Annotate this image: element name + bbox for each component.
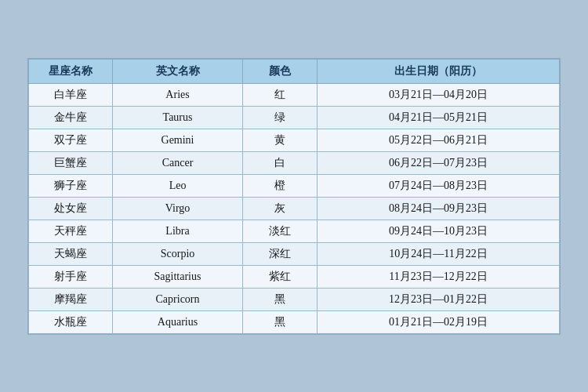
cell-color: 灰 [243, 197, 318, 220]
header-english: 英文名称 [112, 59, 242, 83]
table-row: 摩羯座Capricorn黑12月23日—01月22日 [29, 288, 560, 310]
cell-english: Scorpio [112, 242, 242, 265]
cell-color: 淡红 [243, 220, 318, 242]
cell-english: Libra [112, 220, 242, 242]
cell-date: 03月21日—04月20日 [318, 83, 560, 106]
table-row: 处女座Virgo灰08月24日—09月23日 [29, 197, 560, 220]
cell-english: Gemini [112, 129, 242, 151]
cell-color: 橙 [243, 174, 318, 197]
cell-color: 深红 [243, 242, 318, 265]
cell-color: 紫红 [243, 265, 318, 288]
cell-date: 08月24日—09月23日 [318, 197, 560, 220]
table-row: 狮子座Leo橙07月24日—08月23日 [29, 174, 560, 197]
cell-color: 黑 [243, 288, 318, 310]
cell-chinese: 双子座 [29, 129, 113, 151]
cell-date: 05月22日—06月21日 [318, 129, 560, 151]
table-body: 白羊座Aries红03月21日—04月20日金牛座Taurus绿04月21日—0… [29, 83, 560, 333]
table-row: 巨蟹座Cancer白06月22日—07月23日 [29, 151, 560, 174]
table-row: 射手座Sagittarius紫红11月23日—12月22日 [29, 265, 560, 288]
cell-english: Sagittarius [112, 265, 242, 288]
cell-date: 01月21日—02月19日 [318, 310, 560, 333]
cell-chinese: 金牛座 [29, 106, 113, 129]
cell-chinese: 射手座 [29, 265, 113, 288]
cell-english: Cancer [112, 151, 242, 174]
cell-chinese: 白羊座 [29, 83, 113, 106]
table-row: 天秤座Libra淡红09月24日—10月23日 [29, 220, 560, 242]
table-row: 白羊座Aries红03月21日—04月20日 [29, 83, 560, 106]
cell-color: 白 [243, 151, 318, 174]
cell-english: Aquarius [112, 310, 242, 333]
cell-date: 11月23日—12月22日 [318, 265, 560, 288]
table-row: 双子座Gemini黄05月22日—06月21日 [29, 129, 560, 151]
cell-english: Taurus [112, 106, 242, 129]
cell-color: 红 [243, 83, 318, 106]
cell-english: Aries [112, 83, 242, 106]
zodiac-table: 星座名称 英文名称 颜色 出生日期（阳历） 白羊座Aries红03月21日—04… [28, 59, 560, 334]
zodiac-table-container: 星座名称 英文名称 颜色 出生日期（阳历） 白羊座Aries红03月21日—04… [27, 58, 561, 335]
table-row: 天蝎座Scorpio深红10月24日—11月22日 [29, 242, 560, 265]
header-chinese: 星座名称 [29, 59, 113, 83]
cell-date: 09月24日—10月23日 [318, 220, 560, 242]
cell-date: 12月23日—01月22日 [318, 288, 560, 310]
cell-chinese: 水瓶座 [29, 310, 113, 333]
cell-color: 黑 [243, 310, 318, 333]
cell-english: Capricorn [112, 288, 242, 310]
cell-date: 04月21日—05月21日 [318, 106, 560, 129]
cell-date: 07月24日—08月23日 [318, 174, 560, 197]
table-row: 金牛座Taurus绿04月21日—05月21日 [29, 106, 560, 129]
cell-date: 10月24日—11月22日 [318, 242, 560, 265]
table-header-row: 星座名称 英文名称 颜色 出生日期（阳历） [29, 59, 560, 83]
cell-color: 绿 [243, 106, 318, 129]
header-color: 颜色 [243, 59, 318, 83]
cell-chinese: 巨蟹座 [29, 151, 113, 174]
header-date: 出生日期（阳历） [318, 59, 560, 83]
cell-english: Virgo [112, 197, 242, 220]
table-row: 水瓶座Aquarius黑01月21日—02月19日 [29, 310, 560, 333]
cell-date: 06月22日—07月23日 [318, 151, 560, 174]
cell-color: 黄 [243, 129, 318, 151]
cell-chinese: 摩羯座 [29, 288, 113, 310]
cell-chinese: 处女座 [29, 197, 113, 220]
cell-chinese: 天秤座 [29, 220, 113, 242]
cell-english: Leo [112, 174, 242, 197]
cell-chinese: 天蝎座 [29, 242, 113, 265]
cell-chinese: 狮子座 [29, 174, 113, 197]
